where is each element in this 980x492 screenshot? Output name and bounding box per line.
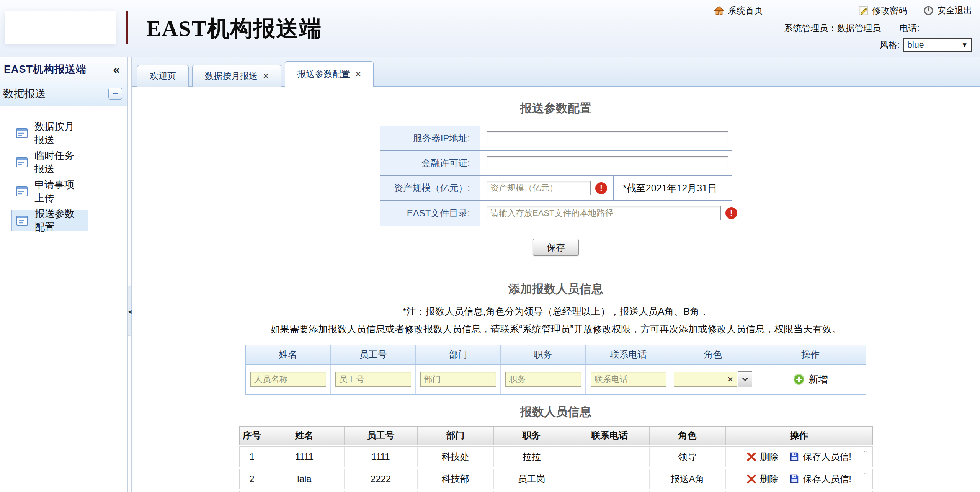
- role-combobox-field[interactable]: ×: [674, 372, 737, 387]
- chevron-down-icon: ▼: [961, 41, 968, 49]
- cell-position: 员工岗: [494, 469, 570, 489]
- cell-phone: [570, 469, 650, 489]
- tab-close-icon[interactable]: ×: [263, 71, 269, 81]
- name-input-cell: [246, 365, 331, 394]
- east-dir-cell: !: [480, 201, 743, 226]
- col-header-actions: 操作: [726, 427, 872, 445]
- add-person-button[interactable]: 新增: [793, 373, 828, 386]
- delete-label: 删除: [760, 473, 778, 485]
- person-phone-input[interactable]: [591, 372, 666, 387]
- cell-seq: 2: [240, 469, 265, 489]
- brand-divider: [126, 11, 128, 44]
- sidebar-item-application-upload[interactable]: 申请事项上传: [11, 181, 88, 202]
- phone-label: 电话:: [900, 22, 920, 34]
- floppy-disk-icon: [789, 474, 799, 484]
- style-select[interactable]: blue ▼: [903, 38, 972, 52]
- collapse-left-icon: ◀: [128, 309, 132, 314]
- add-person-label: 新增: [809, 373, 828, 386]
- sidebar-item-report-param-config[interactable]: 报送参数配置: [11, 210, 88, 231]
- license-input[interactable]: [487, 156, 728, 170]
- role-combobox[interactable]: ×: [674, 371, 752, 387]
- col-header-position: 职务: [494, 427, 570, 445]
- content-body: 报送参数配置 服务器IP地址: 金融许可证:: [132, 87, 980, 492]
- person-position-input[interactable]: [505, 372, 581, 387]
- cell-role: 领导: [650, 447, 726, 467]
- table-row: 2 lala 2222 科技部 员工岗 报送A角 ...: [239, 469, 873, 489]
- logo: [5, 11, 116, 44]
- cell-phone: [570, 447, 650, 467]
- asset-scale-cell: !: [480, 176, 614, 200]
- table-row: 3 2222 3333 科技部 技术岗 报送B角 ...: [239, 491, 873, 492]
- asset-scale-note: *截至2021年12月31日: [614, 176, 732, 200]
- sidebar-section-data-report[interactable]: 数据报送 −: [0, 81, 127, 106]
- error-exclamation-icon: !: [725, 207, 737, 219]
- tab-close-icon[interactable]: ×: [356, 69, 361, 79]
- tab-label: 欢迎页: [150, 70, 176, 82]
- overflow-dots: ...: [861, 447, 869, 453]
- person-dept-input[interactable]: [420, 372, 496, 387]
- logout-link[interactable]: 安全退出: [923, 5, 972, 16]
- tab-welcome[interactable]: 欢迎页: [137, 65, 189, 87]
- save-person-button[interactable]: 保存人员信!: [789, 451, 851, 463]
- overflow-dots: ...: [861, 469, 869, 475]
- sidebar-title: EAST机构报送端: [4, 62, 87, 76]
- nav-home-link[interactable]: 系统首页: [714, 5, 763, 16]
- content: 欢迎页 数据按月报送 × 报送参数配置 × 报送参数配置 服务器IP地址:: [132, 57, 980, 492]
- save-button[interactable]: 保存: [533, 239, 579, 256]
- tab-monthly-report[interactable]: 数据按月报送 ×: [192, 65, 281, 87]
- table-row: 1 1111 1111 科技处 拉拉 领导 ...: [239, 446, 873, 467]
- person-emp-no-input[interactable]: [335, 372, 411, 387]
- col-header-name: 姓名: [246, 345, 331, 364]
- form-row-east-dir: EAST文件目录: !: [380, 201, 732, 226]
- add-person-table-header: 姓名 员工号 部门 职务 联系电话 角色 操作: [246, 345, 866, 365]
- sidebar-item-monthly-report[interactable]: 数据按月报送: [11, 123, 88, 144]
- tab-label: 数据按月报送: [205, 70, 258, 82]
- role-dropdown-button[interactable]: [738, 371, 752, 387]
- delete-label: 删除: [760, 451, 778, 463]
- delete-x-icon: [746, 474, 756, 484]
- add-action-cell: 新增: [755, 365, 866, 394]
- sidebar-item-temp-task-report[interactable]: 临时任务报送: [11, 152, 88, 173]
- save-person-label: 保存人员信!: [803, 451, 851, 463]
- clear-x-icon[interactable]: ×: [727, 374, 733, 385]
- top-header: EAST机构报送端 系统首页 修改密码 安全退出 系统管理员：数据管理: [0, 0, 980, 57]
- add-person-input-row: ×: [246, 365, 866, 394]
- server-ip-input[interactable]: [487, 131, 728, 145]
- sidebar-splitter[interactable]: ◀: [127, 57, 132, 492]
- cell-emp-no: 1111: [345, 447, 418, 467]
- east-dir-label: EAST文件目录:: [380, 201, 480, 226]
- logout-label: 安全退出: [937, 5, 972, 16]
- delete-button[interactable]: 删除: [746, 473, 778, 485]
- person-table-header: 序号 姓名 员工号 部门 职务 联系电话 角色 操作: [239, 426, 873, 445]
- tab-bar: 欢迎页 数据按月报送 × 报送参数配置 ×: [132, 57, 980, 87]
- style-select-value: blue: [907, 40, 924, 50]
- dept-input-cell: [416, 365, 501, 394]
- floppy-disk-icon: [789, 451, 799, 462]
- delete-button[interactable]: 删除: [746, 451, 778, 463]
- cell-position: 拉拉: [494, 447, 570, 467]
- save-person-button[interactable]: 保存人员信!: [789, 473, 851, 485]
- splitter-collapse-handle[interactable]: ◀: [127, 286, 132, 336]
- home-icon: [714, 5, 724, 16]
- tab-report-param-config[interactable]: 报送参数配置 ×: [285, 61, 374, 87]
- cell-actions: ... 删除 保存人员信!: [726, 469, 872, 489]
- sidebar-collapse-icon[interactable]: «: [113, 63, 120, 75]
- note-line-1: *注：报数人员信息,角色分为领导（总经理以上），报送人员A角、B角，: [132, 302, 980, 320]
- sidebar-menu: 数据按月报送 临时任务报送 申请事项上传: [0, 106, 127, 239]
- form-row-server-ip: 服务器IP地址:: [380, 126, 732, 151]
- change-password-link[interactable]: 修改密码: [858, 5, 907, 16]
- asset-scale-label: 资产规模（亿元）:: [380, 176, 480, 200]
- config-form-title: 报送参数配置: [132, 100, 980, 116]
- asset-scale-input[interactable]: [487, 181, 591, 195]
- app-title: EAST机构报送端: [146, 14, 322, 44]
- nav-home-label: 系统首页: [728, 5, 763, 16]
- col-header-emp-no: 员工号: [331, 345, 416, 364]
- section-collapse-minus-icon[interactable]: −: [108, 88, 122, 100]
- server-ip-label: 服务器IP地址:: [380, 126, 480, 150]
- person-name-input[interactable]: [250, 372, 326, 387]
- col-header-dept: 部门: [416, 345, 501, 364]
- style-label: 风格:: [880, 39, 900, 51]
- form-row-asset-scale: 资产规模（亿元）: ! *截至2021年12月31日: [380, 176, 732, 201]
- east-dir-input[interactable]: [487, 206, 721, 220]
- cell-role: 报送A角: [650, 469, 726, 489]
